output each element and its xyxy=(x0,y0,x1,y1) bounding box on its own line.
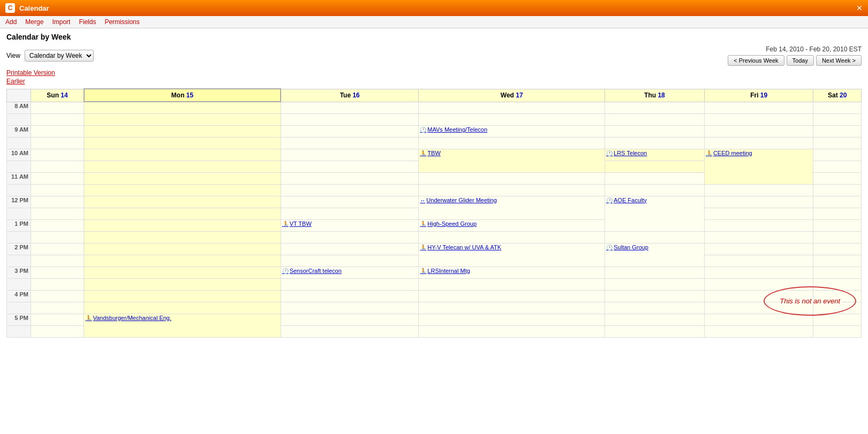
today-button[interactable]: Today xyxy=(787,55,814,66)
event-link[interactable]: 🏃VT TBW xyxy=(282,220,418,227)
calendar-cell xyxy=(419,325,605,337)
time-label xyxy=(7,161,31,172)
event-link[interactable]: 🏃CEED meeting xyxy=(706,150,812,156)
calendar-cell xyxy=(281,172,419,184)
calendar-cell xyxy=(704,314,813,325)
calendar-cell xyxy=(704,208,813,219)
calendar-cell xyxy=(813,231,862,243)
time-label xyxy=(7,325,31,337)
calendar-cell xyxy=(31,161,84,172)
calendar-table: Sun 14 Mon 15 Tue 16 Wed 17 Thu 18 Fri 1… xyxy=(6,88,862,338)
calendar-cell xyxy=(31,290,84,302)
earlier-link[interactable]: Earlier xyxy=(6,78,862,85)
calendar-cell[interactable]: 🏃VT TBW xyxy=(281,219,419,231)
calendar-cell xyxy=(281,302,419,314)
event-link[interactable]: 🏃LRSInternal Mtg xyxy=(420,268,603,274)
calendar-cell xyxy=(281,208,419,219)
calendar-cell[interactable]: 🏃CEED meeting xyxy=(704,149,813,184)
calendar-cell xyxy=(704,325,813,337)
calendar-cell xyxy=(31,314,84,325)
calendar-cell[interactable]: 🏃LRSInternal Mtg xyxy=(419,267,605,278)
time-label: 11 AM xyxy=(7,172,31,184)
calendar-cell xyxy=(31,125,84,137)
calendar-cell[interactable]: 🏃Vandsburger/Mechanical Eng. xyxy=(84,314,281,337)
calendar-cell xyxy=(31,302,84,314)
menu-import[interactable]: Import xyxy=(52,18,70,26)
time-label: 8 AM xyxy=(7,102,31,113)
calendar-cell xyxy=(704,196,813,208)
prev-week-button[interactable]: < Previous Week xyxy=(728,55,784,66)
event-link[interactable]: 🏃TBW xyxy=(420,150,603,156)
view-select[interactable]: Calendar by Week xyxy=(25,50,94,62)
event-link[interactable]: 🕐LRS Telecon xyxy=(606,150,703,156)
calendar-cell xyxy=(704,102,813,113)
titlebar-close[interactable]: ✕ xyxy=(856,4,863,12)
calendar-cell xyxy=(31,137,84,149)
calendar-cell xyxy=(84,290,281,302)
wed-date-link[interactable]: 17 xyxy=(516,92,523,99)
calendar-cell[interactable]: 🕐AOE Faculty xyxy=(605,196,705,231)
event-link[interactable]: 🏃High-Speed Group xyxy=(420,220,603,227)
calendar-cell xyxy=(704,278,813,290)
calendar-cell xyxy=(605,267,705,278)
printable-version-link[interactable]: Printable Version xyxy=(6,69,862,77)
menu-add[interactable]: Add xyxy=(5,18,17,26)
calendar-cell xyxy=(31,219,84,231)
sun-date-link[interactable]: 14 xyxy=(61,92,67,99)
date-nav: Feb 14, 2010 - Feb 20, 2010 EST < Previo… xyxy=(728,45,862,66)
calendar-cell[interactable]: ↔Underwater Glider Meeting xyxy=(419,196,605,219)
tue-date-link[interactable]: 16 xyxy=(352,92,359,99)
calendar-cell xyxy=(84,196,281,208)
calendar-cell xyxy=(84,243,281,255)
event-link[interactable]: 🕐MAVs Meeting/Telecon xyxy=(420,126,603,133)
wed-header: Wed 17 xyxy=(419,89,605,102)
calendar-cell xyxy=(281,113,419,125)
time-label: 9 AM xyxy=(7,125,31,137)
calendar-cell[interactable]: 🏃HY-V Telecan w/ UVA & ATK xyxy=(419,243,605,267)
next-week-button[interactable]: Next Week > xyxy=(816,55,862,66)
calendar-cell xyxy=(84,278,281,290)
menu-merge[interactable]: Merge xyxy=(25,18,43,26)
calendar-cell xyxy=(813,255,862,267)
menu-permissions[interactable]: Permissions xyxy=(104,18,139,26)
calendar-cell xyxy=(813,161,862,172)
calendar-cell xyxy=(31,243,84,255)
calendar-cell xyxy=(31,231,84,243)
menu-fields[interactable]: Fields xyxy=(79,18,96,26)
time-label: 1 PM xyxy=(7,219,31,231)
calendar-cell xyxy=(31,172,84,184)
thu-date-link[interactable]: 18 xyxy=(658,92,665,99)
event-link[interactable]: ↔Underwater Glider Meeting xyxy=(420,197,603,203)
calendar-cell xyxy=(704,125,813,137)
calendar-cell[interactable]: 🕐SensorCraft telecon xyxy=(281,267,419,278)
calendar-cell xyxy=(84,149,281,161)
calendar-cell[interactable]: 🏃TBW xyxy=(419,149,605,172)
calendar-cell xyxy=(813,278,862,290)
calendar-cell[interactable]: 🕐Sultan Group xyxy=(605,243,705,267)
event-link[interactable]: 🕐Sultan Group xyxy=(606,244,703,250)
fri-date-link[interactable]: 19 xyxy=(760,92,767,99)
calendar-cell xyxy=(281,255,419,267)
sun-header: Sun 14 xyxy=(31,89,84,102)
calendar-cell[interactable]: 🕐LRS Telecon xyxy=(605,149,705,161)
time-label xyxy=(7,255,31,267)
event-link[interactable]: 🕐AOE Faculty xyxy=(606,197,703,203)
calendar-cell xyxy=(31,196,84,208)
calendar-cell xyxy=(84,113,281,125)
calendar-cell xyxy=(84,267,281,278)
calendar-cell xyxy=(704,302,813,314)
mon-date-link[interactable]: 15 xyxy=(186,92,193,99)
calendar-cell[interactable]: 🕐MAVs Meeting/Telecon xyxy=(419,125,605,137)
tue-header: Tue 16 xyxy=(281,89,419,102)
calendar-cell xyxy=(605,290,705,302)
calendar-cell xyxy=(84,172,281,184)
time-label: 4 PM xyxy=(7,290,31,302)
time-label xyxy=(7,184,31,196)
event-link[interactable]: 🏃Vandsburger/Mechanical Eng. xyxy=(85,315,279,321)
app-title: Calendar xyxy=(19,4,49,12)
calendar-cell[interactable]: 🏃High-Speed Group xyxy=(419,219,605,231)
event-link[interactable]: 🕐SensorCraft telecon xyxy=(282,268,418,274)
sat-date-link[interactable]: 20 xyxy=(840,92,847,99)
event-link[interactable]: 🏃HY-V Telecan w/ UVA & ATK xyxy=(420,244,603,250)
calendar-cell xyxy=(419,113,605,125)
